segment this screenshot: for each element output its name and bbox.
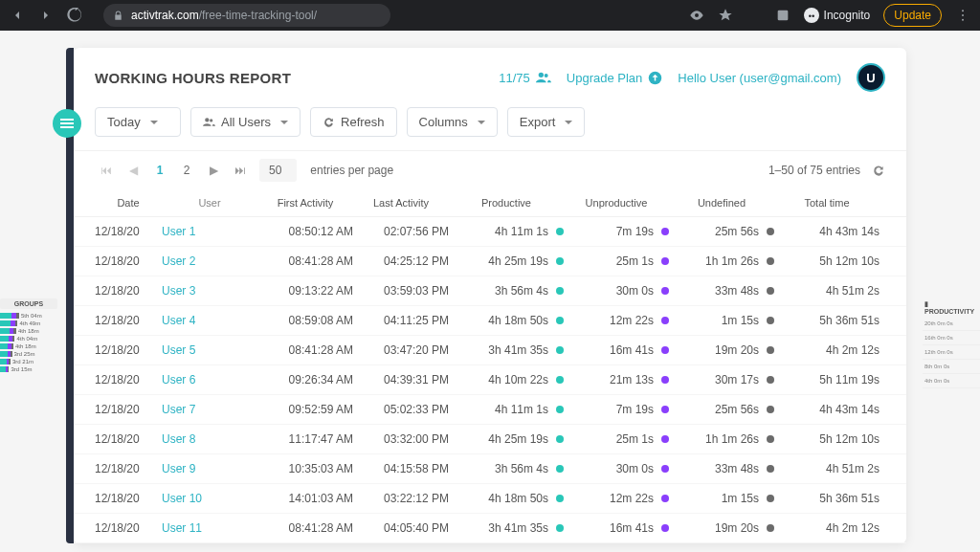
- back-icon[interactable]: [10, 8, 25, 23]
- user-link[interactable]: User 4: [162, 314, 195, 327]
- user-link[interactable]: User 11: [162, 521, 202, 535]
- pager-page-2[interactable]: 2: [175, 159, 198, 182]
- per-page-select[interactable]: 50: [259, 159, 297, 182]
- table-pager: ⏮ ◀ 1 2 ▶ ⏭ 50 entries per page 1–50 of …: [74, 150, 906, 189]
- cell-total: 4h 2m 12s: [774, 521, 880, 535]
- cell-undefined: 30m 17s: [669, 373, 774, 386]
- user-link[interactable]: User 7: [162, 403, 195, 416]
- timeframe-select[interactable]: Today: [95, 107, 181, 137]
- settings-icon[interactable]: [746, 8, 762, 23]
- cell-date: 12/18/20: [95, 521, 162, 535]
- incognito-badge: Incognito: [804, 8, 871, 23]
- cell-undefined: 1h 1m 26s: [669, 432, 774, 446]
- cell-total: 5h 12m 10s: [774, 432, 880, 446]
- user-link[interactable]: User 8: [162, 432, 195, 446]
- upgrade-plan-link[interactable]: Upgrade Plan: [567, 71, 663, 85]
- col-header-productive[interactable]: Productive: [449, 197, 564, 209]
- cell-user: User 1: [162, 225, 257, 238]
- pager-next[interactable]: ▶: [202, 159, 225, 182]
- cell-first: 08:41:28 AM: [257, 521, 353, 535]
- export-select[interactable]: Export: [507, 107, 586, 137]
- forward-icon[interactable]: [38, 8, 54, 23]
- seats-count[interactable]: 11/75: [499, 71, 551, 85]
- cell-productive: 4h 18m 50s: [449, 314, 564, 327]
- pager-first[interactable]: ⏮: [95, 159, 118, 182]
- col-header-first[interactable]: First Activity: [257, 197, 353, 209]
- cell-unproductive: 16m 41s: [564, 343, 669, 357]
- user-link[interactable]: User 2: [162, 254, 195, 268]
- user-link[interactable]: User 9: [162, 462, 195, 475]
- dot-undefined-icon: [767, 228, 774, 235]
- star-icon[interactable]: [718, 8, 733, 23]
- user-link[interactable]: User 3: [162, 284, 195, 298]
- cell-user: User 5: [162, 343, 257, 357]
- dot-unproductive-icon: [661, 317, 669, 324]
- cell-unproductive: 7m 19s: [564, 403, 669, 416]
- dot-productive-icon: [556, 346, 564, 354]
- update-button[interactable]: Update: [883, 4, 942, 27]
- hello-user[interactable]: Hello User (user@gmail.com): [678, 71, 841, 85]
- chevron-down-icon: [150, 121, 158, 124]
- dot-undefined-icon: [767, 287, 774, 295]
- col-header-total[interactable]: Total time: [774, 197, 880, 209]
- dot-unproductive-icon: [661, 406, 669, 413]
- col-header-user[interactable]: User: [162, 197, 257, 209]
- user-link[interactable]: User 1: [162, 225, 195, 238]
- col-header-date[interactable]: Date: [95, 197, 162, 209]
- cell-productive: 3h 41m 35s: [449, 343, 564, 357]
- svg-point-2: [812, 15, 814, 18]
- sidebar-toggle[interactable]: [53, 109, 81, 138]
- cell-total: 5h 12m 10s: [774, 254, 880, 268]
- cell-total: 4h 51m 2s: [774, 462, 880, 475]
- cell-last: 03:22:12 PM: [353, 492, 449, 505]
- user-link[interactable]: User 5: [162, 343, 195, 357]
- eye-off-icon[interactable]: [689, 8, 704, 23]
- col-header-unproductive[interactable]: Unproductive: [564, 197, 669, 209]
- upgrade-icon: [648, 71, 662, 85]
- incognito-icon: [804, 8, 819, 23]
- ghost-bar: 4th 04m: [0, 336, 57, 342]
- ghost-groups-title: GROUPS: [0, 298, 57, 309]
- cell-first: 14:01:03 AM: [257, 492, 353, 505]
- reload-icon[interactable]: [67, 8, 82, 23]
- dot-unproductive-icon: [661, 287, 669, 295]
- svg-point-1: [809, 15, 812, 18]
- refresh-icon[interactable]: [872, 164, 885, 177]
- dot-undefined-icon: [767, 465, 774, 473]
- menu-icon[interactable]: [955, 8, 970, 23]
- cell-last: 03:47:20 PM: [353, 343, 449, 357]
- extension-icon[interactable]: [775, 8, 791, 23]
- table-row: 12/18/20 User 1 08:50:12 AM 02:07:56 PM …: [74, 217, 906, 247]
- col-header-undefined[interactable]: Undefined: [669, 197, 774, 209]
- dot-unproductive-icon: [661, 228, 669, 235]
- dot-undefined-icon: [767, 317, 774, 324]
- pager-last[interactable]: ⏭: [229, 159, 252, 182]
- ghost-bar: 3rd 15m: [0, 366, 57, 372]
- cell-date: 12/18/20: [95, 373, 162, 386]
- report-panel: WORKING HOURS REPORT 11/75 Upgrade Plan …: [74, 48, 906, 543]
- columns-select[interactable]: Columns: [407, 107, 498, 137]
- cell-productive: 4h 25m 19s: [449, 432, 564, 446]
- ghost-bar: 4th 18m: [0, 343, 57, 349]
- refresh-button[interactable]: Refresh: [310, 107, 397, 137]
- dot-productive-icon: [556, 376, 564, 384]
- cell-unproductive: 21m 13s: [564, 373, 669, 386]
- ghost-bar: 5th 04m: [0, 313, 57, 319]
- user-link[interactable]: User 10: [162, 492, 202, 505]
- table-row: 12/18/20 User 6 09:26:34 AM 04:39:31 PM …: [74, 365, 906, 395]
- user-link[interactable]: User 6: [162, 373, 195, 386]
- users-filter-select[interactable]: All Users: [190, 107, 301, 137]
- pager-prev[interactable]: ◀: [122, 159, 145, 182]
- avatar[interactable]: U: [857, 63, 885, 92]
- chevron-down-icon: [565, 121, 572, 124]
- cell-first: 09:13:22 AM: [257, 284, 353, 298]
- url-bar[interactable]: activtrak.com/free-time-tracking-tool/: [103, 4, 390, 27]
- dot-unproductive-icon: [661, 376, 669, 384]
- nav-buttons: [10, 8, 82, 23]
- cell-unproductive: 25m 1s: [564, 254, 669, 268]
- pager-page-1[interactable]: 1: [148, 159, 171, 182]
- ghost-bar: 3rd 21m: [0, 359, 57, 364]
- table-row: 12/18/20 User 9 10:35:03 AM 04:15:58 PM …: [74, 454, 906, 484]
- col-header-last[interactable]: Last Activity: [353, 197, 449, 209]
- cell-last: 04:05:40 PM: [353, 521, 449, 535]
